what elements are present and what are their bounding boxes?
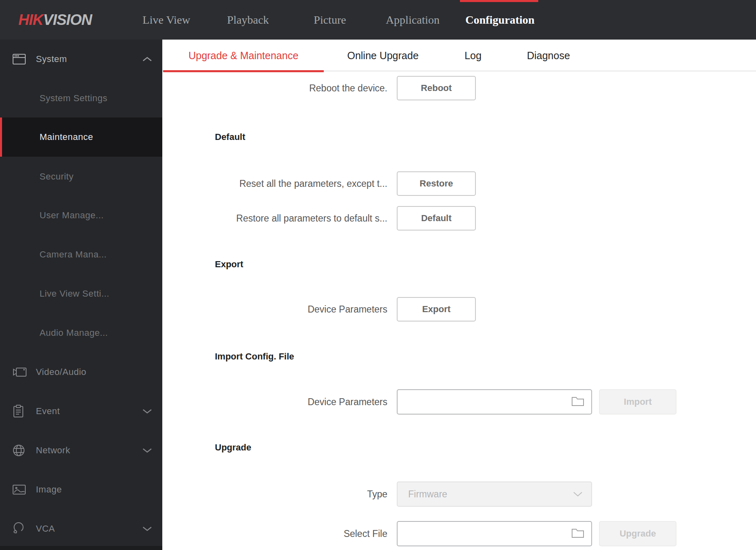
export-label: Device Parameters <box>162 304 387 315</box>
import-row: Device Parameters Import <box>162 389 756 415</box>
reboot-button[interactable]: Reboot <box>397 76 476 100</box>
sidebar-item-label: Audio Manage... <box>40 328 108 338</box>
sidebar-item-live-view-settings[interactable]: Live View Setti... <box>0 274 162 313</box>
active-tab-underline <box>163 70 324 72</box>
default-button[interactable]: Default <box>397 206 476 231</box>
sidebar-item-label: User Manage... <box>40 210 104 221</box>
globe-icon <box>12 444 27 457</box>
vca-icon <box>12 522 27 535</box>
logo-part-gray: VISION <box>43 11 92 29</box>
nav-application[interactable]: Application <box>386 0 440 40</box>
hikvision-logo: HIKVISION <box>18 0 92 40</box>
logo-part-red: HIK <box>18 11 43 29</box>
sidebar-item-event[interactable]: Event <box>0 392 162 431</box>
default-row: Restore all parameters to default s... D… <box>162 206 756 231</box>
image-icon <box>12 483 27 496</box>
chevron-down-icon <box>573 489 583 500</box>
tab-label: Diagnose <box>527 50 570 62</box>
top-navigation-bar: HIKVISION Live View Playback Picture App… <box>0 0 756 40</box>
main-content: Upgrade & Maintenance Online Upgrade Log… <box>162 40 756 550</box>
sidebar-item-label: Camera Mana... <box>40 249 107 260</box>
import-button[interactable]: Import <box>599 389 676 415</box>
folder-browse-icon[interactable] <box>571 395 585 408</box>
sidebar-item-vca[interactable]: VCA <box>0 509 162 548</box>
tab-log[interactable]: Log <box>464 40 482 71</box>
sidebar-item-security[interactable]: Security <box>0 157 162 196</box>
sidebar: System System Settings Maintenance Secur… <box>0 40 162 550</box>
restore-row: Reset all the parameters, except t... Re… <box>162 171 756 196</box>
sidebar-item-image[interactable]: Image <box>0 470 162 509</box>
firmware-type-select[interactable]: Firmware <box>397 481 592 507</box>
chevron-down-icon <box>142 526 153 532</box>
import-device-parameters-label: Device Parameters <box>162 397 387 408</box>
chevron-up-icon <box>142 56 153 62</box>
sidebar-item-label: Event <box>36 406 60 417</box>
tab-online-upgrade[interactable]: Online Upgrade <box>347 40 418 71</box>
sidebar-item-label: Network <box>36 445 70 456</box>
nav-live-view[interactable]: Live View <box>143 0 190 40</box>
tab-label: Online Upgrade <box>347 50 418 62</box>
nav-playback[interactable]: Playback <box>227 0 269 40</box>
sidebar-item-label: Maintenance <box>40 132 93 142</box>
clipboard-icon <box>12 405 27 418</box>
sidebar-bottom-edge <box>0 546 162 550</box>
sidebar-item-label: Security <box>40 171 73 182</box>
nav-configuration[interactable]: Configuration <box>465 0 535 40</box>
select-file-label: Select File <box>162 528 387 539</box>
upgrade-type-row: Type Firmware <box>162 481 756 507</box>
sidebar-item-camera-management[interactable]: Camera Mana... <box>0 235 162 274</box>
tab-upgrade-maintenance[interactable]: Upgrade & Maintenance <box>163 40 324 71</box>
export-button[interactable]: Export <box>397 297 476 322</box>
tab-bar: Upgrade & Maintenance Online Upgrade Log… <box>162 40 756 71</box>
sidebar-item-label: Image <box>36 484 62 495</box>
sidebar-item-label: Video/Audio <box>36 367 86 377</box>
upgrade-file-field <box>397 521 592 546</box>
import-section-heading: Import Config. File <box>215 351 294 362</box>
tab-label: Upgrade & Maintenance <box>188 50 298 62</box>
firmware-type-value: Firmware <box>408 489 447 500</box>
type-label: Type <box>162 489 387 500</box>
export-row: Device Parameters Export <box>162 297 756 322</box>
select-file-row: Select File Upgrade <box>162 521 756 546</box>
folder-browse-icon[interactable] <box>571 527 585 540</box>
restore-button[interactable]: Restore <box>397 171 476 196</box>
video-camera-icon <box>12 366 27 379</box>
import-file-input[interactable] <box>398 390 591 414</box>
chevron-down-icon <box>142 408 153 415</box>
reboot-label: Reboot the device. <box>162 83 387 94</box>
default-label: Restore all parameters to default s... <box>162 213 387 224</box>
sidebar-item-label: System Settings <box>40 93 107 104</box>
default-section-heading: Default <box>215 132 245 142</box>
upgrade-file-input[interactable] <box>398 522 591 546</box>
export-section-heading: Export <box>215 259 243 270</box>
sidebar-item-system[interactable]: System <box>0 40 162 79</box>
system-window-icon <box>12 53 27 66</box>
sidebar-item-label: VCA <box>36 523 55 534</box>
sidebar-item-maintenance[interactable]: Maintenance <box>0 118 162 157</box>
reboot-row: Reboot the device. Reboot <box>162 76 756 100</box>
chevron-down-icon <box>142 447 153 454</box>
sidebar-item-label: Live View Setti... <box>40 288 109 299</box>
sidebar-item-user-management[interactable]: User Manage... <box>0 196 162 235</box>
import-file-field <box>397 389 592 415</box>
sidebar-item-label: System <box>36 54 67 64</box>
sidebar-item-audio-management[interactable]: Audio Manage... <box>0 313 162 353</box>
nav-picture[interactable]: Picture <box>314 0 346 40</box>
sidebar-item-system-settings[interactable]: System Settings <box>0 79 162 118</box>
tab-label: Log <box>464 50 482 62</box>
tab-diagnose[interactable]: Diagnose <box>527 40 570 71</box>
restore-label: Reset all the parameters, except t... <box>162 178 387 189</box>
upgrade-button[interactable]: Upgrade <box>599 521 676 546</box>
upgrade-section-heading: Upgrade <box>215 442 251 453</box>
sidebar-item-network[interactable]: Network <box>0 431 162 470</box>
sidebar-item-video-audio[interactable]: Video/Audio <box>0 353 162 392</box>
